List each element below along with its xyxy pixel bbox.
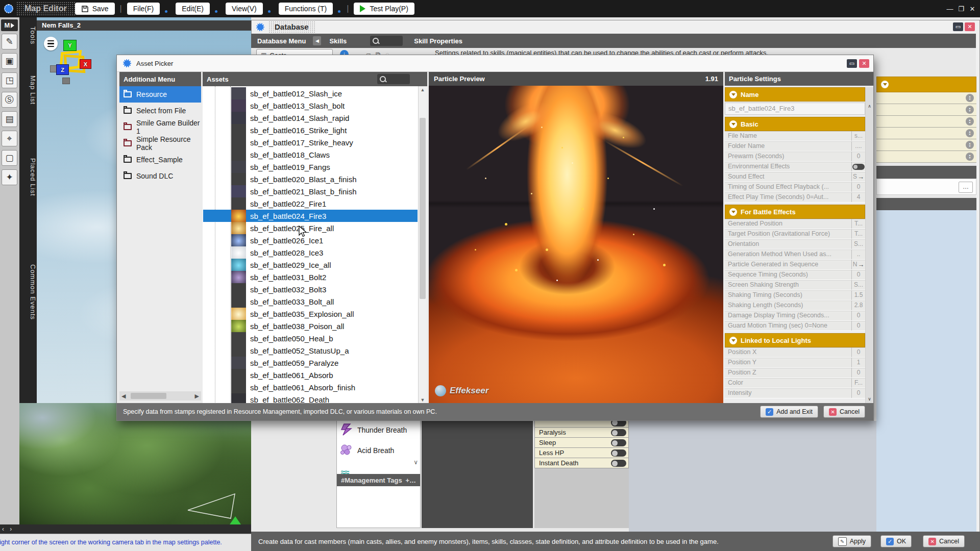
asset-row[interactable]: sb_ef_battle032_Bolt3 xyxy=(203,283,418,295)
menu-item[interactable]: Edit(E) xyxy=(176,3,210,15)
setting-value[interactable]: s... xyxy=(851,131,865,141)
asset-row[interactable]: sb_ef_battle033_Bolt_all xyxy=(203,295,418,308)
asset-row[interactable]: sb_ef_battle031_Bolt2 xyxy=(203,271,418,283)
window-minimize-icon[interactable]: — xyxy=(944,5,955,13)
menu-item[interactable]: Functions (T) xyxy=(279,3,333,15)
right-panel-row[interactable]: ▲▼ xyxy=(876,116,976,128)
map-pencil-icon[interactable]: ✎ xyxy=(2,34,17,49)
setting-row[interactable]: File Names... xyxy=(725,131,865,141)
state-row-sleep[interactable]: Sleep xyxy=(534,438,629,448)
add-and-exit-button[interactable]: ✓Add and Exit xyxy=(760,406,818,418)
setting-row[interactable]: Screen Shaking StrengthS... xyxy=(725,280,865,290)
setting-value[interactable]: S→ xyxy=(851,172,865,182)
setting-value[interactable] xyxy=(851,162,865,171)
browse-button[interactable]: … xyxy=(959,182,973,193)
setting-row[interactable]: Particle Generated in SequenceN→ xyxy=(725,260,865,270)
asset-row[interactable]: sb_ef_battle025_Fire_all xyxy=(203,222,418,234)
setting-row[interactable]: ColorF... xyxy=(725,378,865,388)
section-header-basic[interactable]: Basic xyxy=(725,117,865,131)
assets-list[interactable]: sb_ef_battle012_Slash_icesb_ef_battle013… xyxy=(203,86,418,404)
menu-item[interactable]: View(V) xyxy=(226,3,263,15)
scroll-up-icon[interactable]: ▲ xyxy=(419,87,427,92)
skill-item[interactable]: Thunder Breath xyxy=(340,422,407,438)
database-close-icon[interactable]: ✕ xyxy=(965,22,975,31)
dialog-cancel-button[interactable]: ✕Cancel xyxy=(823,406,865,418)
scroll-right-icon[interactable]: › xyxy=(10,525,12,533)
skills-search-box[interactable] xyxy=(370,36,403,46)
additional-menu-item-sound-dlc[interactable]: Sound DLC xyxy=(119,168,201,184)
additional-menu-hscroll[interactable]: ◀ ▶ xyxy=(119,391,201,400)
setting-row[interactable]: Generation Method When Used as..... xyxy=(725,249,865,260)
apply-button[interactable]: ✎Apply xyxy=(832,535,871,547)
setting-value[interactable]: S... xyxy=(851,280,865,290)
gizmo-z-cube[interactable]: Z xyxy=(56,64,69,75)
asset-row[interactable]: sb_ef_battle018_Claws xyxy=(203,148,418,161)
camera-preview-icon[interactable]: ⌖ xyxy=(2,131,17,146)
save-button[interactable]: Save xyxy=(75,3,115,15)
window-close-icon[interactable]: ✕ xyxy=(967,5,978,13)
asset-row[interactable]: sb_ef_battle028_Ice3 xyxy=(203,246,418,259)
asset-row[interactable]: sb_ef_battle013_Slash_bolt xyxy=(203,99,418,112)
stepper-icon[interactable]: ▲▼ xyxy=(966,141,974,149)
additional-menu-item-simple-resource-pack[interactable]: Simple Resource Pack xyxy=(119,135,201,152)
toggle-switch[interactable] xyxy=(611,439,626,446)
setting-value[interactable]: 0 xyxy=(851,311,865,320)
setting-value[interactable]: 1.5 xyxy=(851,290,865,300)
right-panel-row[interactable]: ▲▼ xyxy=(876,128,976,139)
assets-scrollbar[interactable]: ▲ ▼ xyxy=(418,86,427,404)
setting-row[interactable]: Environmental Effects xyxy=(725,162,865,172)
asset-row[interactable]: sb_ef_battle026_Ice1 xyxy=(203,234,418,246)
setting-value[interactable]: 1 xyxy=(851,358,865,367)
additional-menu-item-resource[interactable]: Resource xyxy=(119,86,201,103)
section-header-name[interactable]: Name xyxy=(725,87,865,102)
database-restore-icon[interactable]: ▭ xyxy=(953,22,963,31)
stepper-icon[interactable]: ▲▼ xyxy=(966,94,974,102)
toggle-switch[interactable] xyxy=(852,164,865,170)
particle-name-field[interactable]: sb_ef_battle024_Fire3 xyxy=(725,103,865,115)
palette-tab-tools[interactable]: Tools xyxy=(19,22,37,44)
right-panel-gold-header[interactable] xyxy=(876,77,976,92)
asset-row[interactable]: sb_ef_battle061_Absorb_finish xyxy=(203,381,418,393)
asset-row[interactable]: sb_ef_battle017_Strike_heavy xyxy=(203,136,418,148)
gizmo-y-cube[interactable]: Y xyxy=(63,40,77,51)
asset-row[interactable]: sb_ef_battle012_Slash_ice xyxy=(203,87,418,99)
setting-row[interactable]: Prewarm (Seconds)0 xyxy=(725,152,865,162)
scroll-up-icon[interactable]: ∧ xyxy=(866,104,873,109)
asset-row[interactable]: sb_ef_battle050_Heal_b xyxy=(203,332,418,344)
window-restore-icon[interactable]: ❐ xyxy=(955,5,967,13)
map-up-arrow-icon[interactable] xyxy=(230,516,241,524)
system-icon[interactable]: Ⓢ xyxy=(2,92,17,108)
state-row-less-hp[interactable]: Less HP xyxy=(534,448,629,458)
setting-row[interactable]: Guard Motion Timing (sec) 0=None0 xyxy=(725,321,865,331)
export-icon[interactable]: ▢ xyxy=(2,150,17,166)
asset-row[interactable]: sb_ef_battle022_Fire1 xyxy=(203,197,418,210)
setting-value[interactable]: T... xyxy=(851,219,865,229)
management-tags-bar[interactable]: #Management Tags+… xyxy=(337,474,420,486)
scroll-right-icon[interactable]: ▶ xyxy=(195,393,199,399)
setting-value[interactable]: 0 xyxy=(851,270,865,280)
setting-value[interactable]: 2.8 xyxy=(851,300,865,310)
setting-value[interactable]: 0 xyxy=(851,347,865,357)
resource-icon[interactable]: ▣ xyxy=(2,53,17,69)
collapse-menu-icon[interactable]: ◀ xyxy=(313,36,321,45)
section-header-linked-to-local-lights[interactable]: Linked to Local Lights xyxy=(725,333,865,347)
state-row-instant-death[interactable]: Instant Death xyxy=(534,458,629,468)
asset-row[interactable]: sb_ef_battle020_Blast_a_finish xyxy=(203,173,418,185)
state-row-paralysis[interactable]: Paralysis xyxy=(534,428,629,438)
scroll-left-icon[interactable]: ◀ xyxy=(121,393,126,399)
asset-row[interactable]: sb_ef_battle035_Explosion_all xyxy=(203,308,418,320)
setting-value[interactable]: S... xyxy=(851,239,865,249)
particle-preview[interactable]: Effekseer xyxy=(429,86,723,404)
setting-value[interactable]: N→ xyxy=(851,260,865,269)
setting-row[interactable]: Target Position (Gravitational Force)T..… xyxy=(725,229,865,239)
setting-row[interactable]: Sequence Timing (Seconds)0 xyxy=(725,270,865,280)
scroll-down-icon[interactable]: ▼ xyxy=(419,397,427,403)
setting-value[interactable]: 0 xyxy=(851,182,865,192)
additional-menu-item-effect_sample[interactable]: Effect_Sample xyxy=(119,152,201,168)
dialog-titlebar[interactable]: Asset Picker ▭ ✕ xyxy=(117,55,873,72)
setting-row[interactable]: Position Z0 xyxy=(725,368,865,378)
asset-row[interactable]: sb_ef_battle016_Strike_light xyxy=(203,124,418,136)
right-panel-row[interactable]: ▲▼ xyxy=(876,139,976,151)
asset-row[interactable]: sb_ef_battle061_Absorb xyxy=(203,369,418,381)
setting-row[interactable]: Damage Display Timing (Seconds...0 xyxy=(725,311,865,321)
